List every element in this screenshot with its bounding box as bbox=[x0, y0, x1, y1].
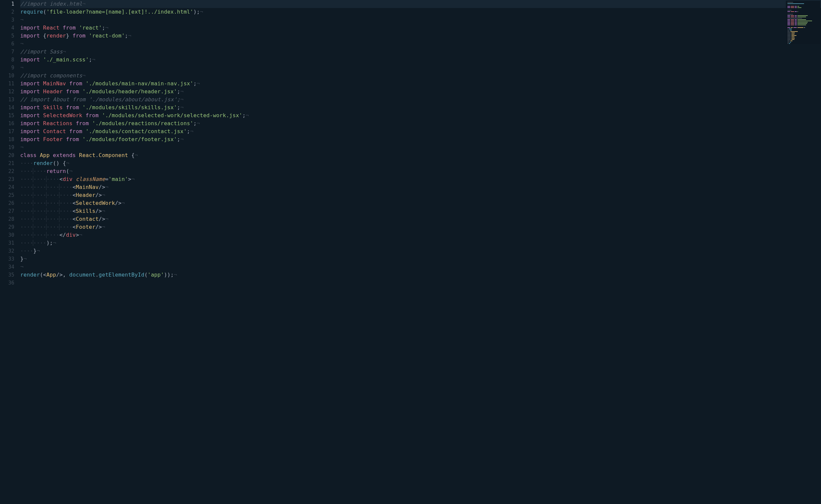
code-line[interactable]: ················<Header/>¬ bbox=[20, 191, 821, 199]
code-line[interactable] bbox=[20, 279, 821, 287]
code-line[interactable]: ········);¬ bbox=[20, 239, 821, 247]
line-number[interactable]: 28 bbox=[0, 215, 14, 223]
line-number[interactable]: 35 bbox=[0, 271, 14, 279]
minimap-row bbox=[787, 31, 819, 32]
minimap-row bbox=[787, 25, 819, 26]
code-line[interactable]: import {render} from 'react-dom';¬ bbox=[20, 32, 821, 40]
code-line[interactable]: require('file-loader?name=[name].[ext]!.… bbox=[20, 8, 821, 16]
code-line[interactable]: ················<Footer/>¬ bbox=[20, 223, 821, 231]
line-number[interactable]: 18 bbox=[0, 135, 14, 143]
line-number[interactable]: 33 bbox=[0, 255, 14, 263]
code-line[interactable]: import Footer from './modules/footer/foo… bbox=[20, 135, 821, 143]
line-number[interactable]: 29 bbox=[0, 223, 14, 231]
code-line[interactable]: ¬ bbox=[20, 263, 821, 271]
code-editor[interactable]: 1234567891011121314151617181920212223242… bbox=[0, 0, 821, 504]
code-line[interactable]: ················<SelectedWork/>¬ bbox=[20, 199, 821, 207]
code-line[interactable]: ····render() {¬ bbox=[20, 159, 821, 167]
minimap-row bbox=[787, 27, 819, 28]
line-number[interactable]: 6 bbox=[0, 40, 14, 48]
line-number[interactable]: 5 bbox=[0, 32, 14, 40]
minimap-row bbox=[787, 43, 819, 44]
line-number[interactable]: 22 bbox=[0, 167, 14, 175]
code-area[interactable]: //import index.html¬require('file-loader… bbox=[18, 0, 821, 504]
code-line[interactable]: class App extends React.Component {¬ bbox=[20, 151, 821, 159]
minimap-row bbox=[787, 41, 819, 42]
line-number[interactable]: 21 bbox=[0, 159, 14, 167]
minimap-row bbox=[787, 26, 819, 27]
code-line[interactable]: ············</div>¬ bbox=[20, 231, 821, 239]
minimap-row bbox=[787, 30, 819, 31]
minimap-row bbox=[787, 6, 819, 7]
minimap-row bbox=[787, 39, 819, 40]
line-number[interactable]: 2 bbox=[0, 8, 14, 16]
code-line[interactable]: ················<Contact/>¬ bbox=[20, 215, 821, 223]
line-number[interactable]: 36 bbox=[0, 279, 14, 287]
minimap-row bbox=[787, 3, 819, 4]
code-line[interactable]: ¬ bbox=[20, 64, 821, 72]
line-number[interactable]: 32 bbox=[0, 247, 14, 255]
line-number[interactable]: 11 bbox=[0, 80, 14, 88]
line-number[interactable]: 3 bbox=[0, 16, 14, 24]
minimap-row bbox=[787, 18, 819, 19]
code-line[interactable]: //import Sass¬ bbox=[20, 48, 821, 56]
code-line[interactable]: ················<Skills/>¬ bbox=[20, 207, 821, 215]
code-line[interactable]: import MainNav from './modules/main-nav/… bbox=[20, 80, 821, 88]
code-line[interactable]: ················<MainNav/>¬ bbox=[20, 183, 821, 191]
line-number[interactable]: 31 bbox=[0, 239, 14, 247]
code-line[interactable]: ¬ bbox=[20, 16, 821, 24]
code-line[interactable]: ¬ bbox=[20, 143, 821, 151]
line-number[interactable]: 27 bbox=[0, 207, 14, 215]
code-line[interactable]: import './_main.scss';¬ bbox=[20, 56, 821, 64]
minimap-row bbox=[787, 22, 819, 23]
code-line[interactable]: render(<App/>, document.getElementById('… bbox=[20, 271, 821, 279]
code-line[interactable]: import SelectedWork from './modules/sele… bbox=[20, 112, 821, 120]
line-number-gutter[interactable]: 1234567891011121314151617181920212223242… bbox=[0, 0, 18, 504]
code-line[interactable]: import React from 'react';¬ bbox=[20, 24, 821, 32]
line-number[interactable]: 9 bbox=[0, 64, 14, 72]
minimap[interactable] bbox=[786, 1, 820, 44]
code-line[interactable]: ¬ bbox=[20, 40, 821, 48]
code-line[interactable]: import Reactions from './modules/reactio… bbox=[20, 120, 821, 127]
minimap-row bbox=[787, 29, 819, 30]
line-number[interactable]: 8 bbox=[0, 56, 14, 64]
minimap-row bbox=[787, 2, 819, 3]
minimap-row bbox=[787, 21, 819, 22]
line-number[interactable]: 13 bbox=[0, 96, 14, 104]
line-number[interactable]: 14 bbox=[0, 104, 14, 112]
code-line[interactable]: //import index.html¬ bbox=[20, 0, 821, 8]
line-number[interactable]: 17 bbox=[0, 127, 14, 135]
line-number[interactable]: 30 bbox=[0, 231, 14, 239]
minimap-row bbox=[787, 42, 819, 43]
minimap-row bbox=[787, 37, 819, 38]
code-line[interactable]: import Header from './modules/header/hea… bbox=[20, 88, 821, 96]
code-line[interactable]: }¬ bbox=[20, 255, 821, 263]
code-line[interactable]: ········return(¬ bbox=[20, 167, 821, 175]
line-number[interactable]: 10 bbox=[0, 72, 14, 80]
code-line[interactable]: ····}¬ bbox=[20, 247, 821, 255]
line-number[interactable]: 1 bbox=[0, 0, 14, 8]
minimap-row bbox=[787, 10, 819, 11]
line-number[interactable]: 23 bbox=[0, 175, 14, 183]
line-number[interactable]: 26 bbox=[0, 199, 14, 207]
line-number[interactable]: 12 bbox=[0, 88, 14, 96]
line-number[interactable]: 25 bbox=[0, 191, 14, 199]
line-number[interactable]: 4 bbox=[0, 24, 14, 32]
line-number[interactable]: 16 bbox=[0, 120, 14, 127]
line-number[interactable]: 15 bbox=[0, 112, 14, 120]
minimap-row bbox=[787, 38, 819, 39]
code-line[interactable]: //import components¬ bbox=[20, 72, 821, 80]
minimap-row bbox=[787, 34, 819, 35]
line-number[interactable]: 24 bbox=[0, 183, 14, 191]
line-number[interactable]: 34 bbox=[0, 263, 14, 271]
code-line[interactable]: // import About from './modules/about/ab… bbox=[20, 96, 821, 104]
minimap-row bbox=[787, 35, 819, 36]
minimap-row bbox=[787, 9, 819, 10]
code-line[interactable]: import Skills from './modules/skills/ski… bbox=[20, 104, 821, 112]
code-line[interactable]: import Contact from './modules/contact/c… bbox=[20, 127, 821, 135]
line-number[interactable]: 20 bbox=[0, 151, 14, 159]
line-number[interactable]: 19 bbox=[0, 143, 14, 151]
code-line[interactable]: ············<div className='main'>¬ bbox=[20, 175, 821, 183]
code-lines[interactable]: //import index.html¬require('file-loader… bbox=[20, 0, 821, 287]
minimap-row bbox=[787, 15, 819, 16]
line-number[interactable]: 7 bbox=[0, 48, 14, 56]
